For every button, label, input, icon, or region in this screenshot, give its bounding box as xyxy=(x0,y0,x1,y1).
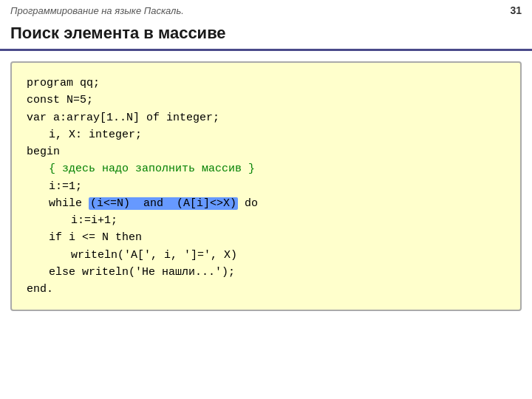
code-line-1: program qq; xyxy=(27,75,505,92)
code-text: begin xyxy=(27,146,60,158)
code-line-6: { здесь надо заполнить массив } xyxy=(27,160,505,177)
slide-number: 31 xyxy=(510,4,522,16)
code-text-while: while xyxy=(49,197,89,210)
code-line-4: i, X: integer; xyxy=(27,126,505,143)
code-text: i:=1; xyxy=(49,180,82,193)
code-text: if i <= N then xyxy=(49,231,142,244)
code-line-5: begin xyxy=(27,143,505,160)
code-line-7: i:=1; xyxy=(27,178,505,195)
code-line-9: i:=i+1; xyxy=(27,212,505,229)
code-comment: { здесь надо заполнить массив } xyxy=(49,163,255,175)
code-line-10: if i <= N then xyxy=(27,229,505,246)
code-text: end. xyxy=(27,283,53,296)
code-line-13: end. xyxy=(27,281,505,298)
code-line-11: writeln('A[', i, ']=', X) xyxy=(27,247,505,264)
code-text: writeln('A[', i, ']=', X) xyxy=(71,249,237,262)
code-text: var a:array[1..N] of integer; xyxy=(27,112,219,124)
code-text: else writeln('Не нашли...'); xyxy=(49,266,235,279)
code-line-2: const N=5; xyxy=(27,92,505,109)
header-subtitle: Программирование на языке Паскаль. xyxy=(10,5,184,16)
header-bar: Программирование на языке Паскаль. 31 xyxy=(0,0,532,19)
code-text: i, X: integer; xyxy=(49,129,142,141)
slide-title: Поиск элемента в массиве xyxy=(0,19,532,51)
code-highlight-condition: (i<=N) and (A[i]<>X) xyxy=(89,197,238,210)
code-text-do: do xyxy=(238,197,258,210)
code-box: program qq; const N=5; var a:array[1..N]… xyxy=(10,61,522,311)
slide-container: Программирование на языке Паскаль. 31 По… xyxy=(0,0,532,399)
code-line-3: var a:array[1..N] of integer; xyxy=(27,109,505,126)
code-text: i:=i+1; xyxy=(71,214,117,227)
code-line-8: while (i<=N) and (A[i]<>X) do xyxy=(27,195,505,212)
code-text: const N=5; xyxy=(27,94,93,106)
code-text: program qq; xyxy=(27,77,100,89)
code-line-12: else writeln('Не нашли...'); xyxy=(27,264,505,281)
